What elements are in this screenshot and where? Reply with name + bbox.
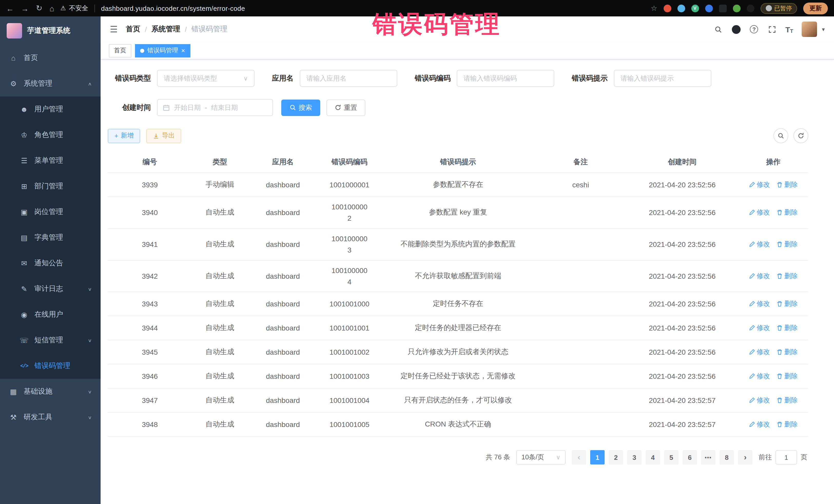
trash-icon bbox=[776, 325, 783, 331]
page-button-4[interactable]: 4 bbox=[646, 451, 660, 465]
create-time-label: 创建时间 bbox=[108, 103, 157, 112]
sidebar-item-user-management[interactable]: ☻ 用户管理 bbox=[0, 96, 101, 122]
delete-link[interactable]: 删除 bbox=[776, 240, 797, 249]
goto-page-input[interactable] bbox=[775, 451, 797, 465]
extension-icon-5[interactable] bbox=[733, 4, 740, 12]
divider bbox=[94, 4, 95, 12]
chevron-down-icon: ∨ bbox=[243, 75, 248, 82]
tab-home[interactable]: 首页 bbox=[109, 44, 131, 57]
page-button-3[interactable]: 3 bbox=[627, 451, 641, 465]
edit-link[interactable]: 修改 bbox=[749, 396, 770, 405]
extension-icon-3[interactable] bbox=[705, 4, 712, 12]
delete-link[interactable]: 删除 bbox=[776, 348, 797, 357]
edit-link[interactable]: 修改 bbox=[749, 240, 770, 249]
back-icon[interactable]: ← bbox=[6, 4, 14, 13]
delete-link[interactable]: 删除 bbox=[776, 180, 797, 190]
tab-close-icon[interactable]: × bbox=[181, 47, 185, 54]
update-button[interactable]: 更新 bbox=[803, 2, 828, 14]
prev-page-button[interactable]: ‹ bbox=[572, 451, 586, 465]
sidebar-item-dev-tools[interactable]: ⚒ 研发工具 ∨ bbox=[0, 404, 101, 430]
reset-button[interactable]: 重置 bbox=[326, 99, 366, 116]
header-actions: ? TT ▾ bbox=[714, 22, 825, 37]
edit-link[interactable]: 修改 bbox=[749, 208, 770, 217]
export-button[interactable]: 导出 bbox=[147, 129, 181, 143]
col-remark: 备注 bbox=[535, 153, 626, 171]
tab-error-code-management[interactable]: 错误码管理 × bbox=[135, 44, 190, 57]
edit-link[interactable]: 修改 bbox=[749, 300, 770, 309]
extension-icon-6[interactable] bbox=[746, 4, 754, 12]
sidebar-item-system-management[interactable]: ⚙ 系统管理 ∧ bbox=[0, 71, 101, 96]
delete-link[interactable]: 删除 bbox=[776, 271, 797, 281]
page-size-select[interactable]: 10条/页 ∨ bbox=[516, 451, 566, 465]
avatar-caret-icon[interactable]: ▾ bbox=[822, 26, 825, 32]
extension-icon-1[interactable] bbox=[663, 4, 671, 12]
github-icon[interactable] bbox=[731, 25, 741, 34]
bookmark-star-icon[interactable]: ☆ bbox=[651, 4, 657, 12]
delete-link[interactable]: 删除 bbox=[776, 420, 797, 429]
delete-link[interactable]: 删除 bbox=[776, 324, 797, 333]
sidebar-item-infrastructure[interactable]: ▦ 基础设施 ∨ bbox=[0, 379, 101, 404]
edit-link[interactable]: 修改 bbox=[749, 420, 770, 429]
fullscreen-icon[interactable] bbox=[767, 25, 776, 34]
sidebar-item-dept-management[interactable]: ⊞ 部门管理 bbox=[0, 174, 101, 199]
date-range-picker[interactable]: 开始日期 - 结束日期 bbox=[157, 99, 273, 116]
dictionary-icon: ▤ bbox=[20, 234, 29, 242]
url-bar[interactable]: dashboard.yudao.iocoder.cn/system/error-… bbox=[101, 4, 245, 12]
edit-link[interactable]: 修改 bbox=[749, 348, 770, 357]
edit-link[interactable]: 修改 bbox=[749, 372, 770, 381]
app-logo[interactable]: 芋道管理系统 bbox=[0, 17, 101, 45]
sidebar-item-notice[interactable]: ✉ 通知公告 bbox=[0, 250, 101, 276]
filter-form-row-2: 创建时间 开始日期 - 结束日期 搜索 重置 bbox=[108, 99, 808, 116]
font-size-icon[interactable]: TT bbox=[785, 25, 793, 34]
sidebar-item-sms-management[interactable]: ☏ 短信管理 ∨ bbox=[0, 327, 101, 353]
sidebar-item-dict-management[interactable]: ▤ 字典管理 bbox=[0, 225, 101, 250]
paused-badge[interactable]: 已暂停 bbox=[760, 3, 797, 14]
delete-link[interactable]: 删除 bbox=[776, 372, 797, 381]
page-button-1[interactable]: 1 bbox=[590, 451, 605, 465]
sidebar-item-audit-log[interactable]: ✎ 审计日志 ∨ bbox=[0, 276, 101, 302]
sidebar-item-online-users[interactable]: ◉ 在线用户 bbox=[0, 302, 101, 327]
error-msg-input[interactable] bbox=[614, 70, 711, 87]
page-button-8[interactable]: 8 bbox=[720, 451, 734, 465]
reload-icon[interactable]: ↻ bbox=[36, 4, 42, 13]
header-search-icon[interactable] bbox=[714, 25, 723, 34]
trash-icon bbox=[776, 210, 783, 216]
page-button-5[interactable]: 5 bbox=[664, 451, 679, 465]
breadcrumb-home[interactable]: 首页 bbox=[126, 25, 140, 34]
vue-devtools-icon[interactable]: V bbox=[691, 4, 699, 12]
breadcrumb-system[interactable]: 系统管理 bbox=[151, 25, 180, 34]
delete-link[interactable]: 删除 bbox=[776, 208, 797, 217]
extension-icon-4[interactable] bbox=[719, 4, 726, 12]
add-button[interactable]: + 新增 bbox=[108, 129, 140, 143]
edit-link[interactable]: 修改 bbox=[749, 271, 770, 281]
page-button-6[interactable]: 6 bbox=[683, 451, 697, 465]
search-icon bbox=[777, 132, 784, 139]
edit-link[interactable]: 修改 bbox=[749, 324, 770, 333]
user-avatar[interactable] bbox=[802, 22, 817, 37]
forward-icon[interactable]: → bbox=[21, 4, 29, 13]
search-button[interactable]: 搜索 bbox=[281, 99, 320, 116]
error-code-input[interactable] bbox=[457, 70, 554, 87]
more-pages-button[interactable]: ••• bbox=[701, 451, 716, 465]
sidebar-item-menu-management[interactable]: ☰ 菜单管理 bbox=[0, 148, 101, 174]
error-type-select[interactable]: 请选择错误码类型 ∨ bbox=[157, 70, 255, 87]
app-name-input[interactable] bbox=[300, 70, 397, 87]
sidebar-item-error-code-management[interactable]: </> 错误码管理 bbox=[0, 353, 101, 379]
edit-link[interactable]: 修改 bbox=[749, 180, 770, 190]
refresh-table-button[interactable] bbox=[793, 128, 808, 143]
delete-link[interactable]: 删除 bbox=[776, 300, 797, 309]
security-warning[interactable]: ⚠ 不安全 bbox=[60, 4, 88, 13]
home-icon[interactable]: ⌂ bbox=[49, 4, 54, 13]
sidebar-item-home[interactable]: ⌂ 首页 bbox=[0, 45, 101, 71]
help-icon[interactable]: ? bbox=[749, 25, 759, 34]
delete-link[interactable]: 删除 bbox=[776, 396, 797, 405]
active-tab-dot bbox=[140, 48, 144, 52]
sidebar-toggle-icon[interactable]: ☰ bbox=[110, 24, 118, 35]
sidebar-item-post-management[interactable]: ▣ 岗位管理 bbox=[0, 199, 101, 225]
table-row: 3941 自动生成 dashboard 100100000 3 不能删除类型为系… bbox=[108, 229, 808, 261]
sidebar-item-role-management[interactable]: ♔ 角色管理 bbox=[0, 122, 101, 148]
toggle-search-button[interactable] bbox=[773, 128, 788, 143]
page-button-2[interactable]: 2 bbox=[609, 451, 623, 465]
extension-icon-2[interactable] bbox=[677, 4, 685, 12]
next-page-button[interactable]: › bbox=[738, 451, 752, 465]
